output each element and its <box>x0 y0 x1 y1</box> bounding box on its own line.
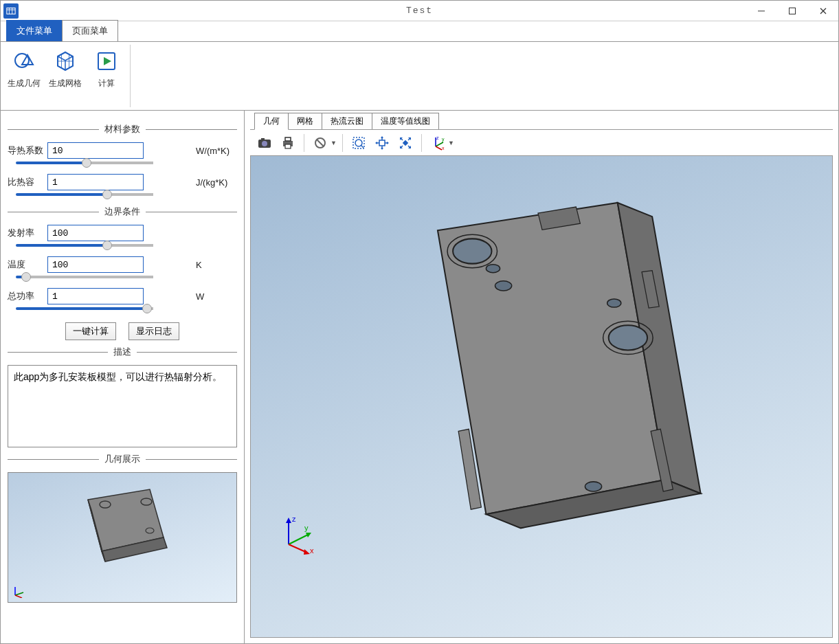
svg-line-16 <box>15 592 23 595</box>
model-render-icon <box>251 156 832 637</box>
zoom-box-button[interactable] <box>348 133 369 153</box>
ribbon-group: 生成几何 生成网格 计算 <box>5 45 131 107</box>
temperature-input[interactable] <box>47 256 144 273</box>
svg-point-50 <box>609 325 647 350</box>
ribbon-label: 计算 <box>98 78 115 89</box>
svg-point-54 <box>607 299 621 307</box>
snapshot-button[interactable] <box>254 133 275 153</box>
svg-text:y: y <box>304 524 309 532</box>
svg-marker-30 <box>381 136 383 138</box>
minimize-button[interactable] <box>746 1 776 21</box>
tab-file-menu[interactable]: 文件菜单 <box>6 20 63 41</box>
geometry-preview[interactable] <box>8 472 237 603</box>
svg-rect-23 <box>285 144 291 148</box>
maximize-button[interactable] <box>776 1 807 21</box>
svg-line-63 <box>289 534 309 544</box>
specific-heat-slider[interactable] <box>16 193 153 196</box>
param-label: 导热系数 <box>8 144 47 157</box>
print-button[interactable] <box>278 133 298 153</box>
view-tabs: 几何 网格 热流云图 温度等值线图 <box>250 113 833 130</box>
view-tab-geometry[interactable]: 几何 <box>254 113 289 130</box>
svg-point-52 <box>486 265 500 273</box>
compute-button[interactable]: 一键计算 <box>65 322 116 340</box>
viewport-3d[interactable]: z y x <box>250 156 833 638</box>
param-unit: W <box>196 291 237 302</box>
section-title-boundary: 边界条件 <box>8 206 237 218</box>
svg-marker-33 <box>387 142 389 144</box>
action-buttons: 一键计算 显示日志 <box>8 322 237 340</box>
svg-marker-61 <box>286 518 291 523</box>
param-emissivity: 发射率 <box>8 225 237 241</box>
svg-line-28 <box>361 145 363 148</box>
close-button[interactable] <box>807 1 838 21</box>
ribbon-label: 生成网格 <box>49 78 82 89</box>
svg-rect-2 <box>789 8 795 14</box>
section-title-description: 描述 <box>8 346 237 358</box>
titlebar: Test <box>1 1 838 21</box>
view-tab-mesh[interactable]: 网格 <box>288 113 322 129</box>
temperature-slider[interactable] <box>16 276 153 278</box>
tab-page-menu[interactable]: 页面菜单 <box>62 20 118 41</box>
param-temperature: 温度 K <box>8 256 237 273</box>
ribbon-generate-geometry[interactable]: 生成几何 <box>5 45 43 107</box>
svg-rect-22 <box>285 137 291 141</box>
param-conductivity: 导热系数 W/(m*K) <box>8 142 237 159</box>
param-specific-heat: 比热容 J/(kg*K) <box>8 174 237 190</box>
showlog-button[interactable]: 显示日志 <box>128 322 179 340</box>
body-area: 材料参数 导热系数 W/(m*K) 比热容 J/(kg*K) 边界条件 发 <box>1 111 838 643</box>
section-label: 描述 <box>108 346 137 358</box>
preview-triad-icon <box>12 584 26 598</box>
ribbon-compute[interactable]: 计算 <box>87 45 126 107</box>
view-tab-heatflow[interactable]: 热流云图 <box>322 113 372 129</box>
section-title-preview: 几何展示 <box>8 453 237 465</box>
power-slider[interactable] <box>16 307 153 310</box>
conductivity-slider[interactable] <box>16 162 153 164</box>
pan-button[interactable] <box>372 133 392 153</box>
deselect-button[interactable] <box>310 133 331 153</box>
ribbon: 生成几何 生成网格 计算 <box>1 42 838 111</box>
param-unit: K <box>196 260 237 270</box>
param-unit: J/(kg*K) <box>196 177 237 188</box>
svg-text:z: z <box>292 515 296 523</box>
section-label: 几何展示 <box>99 453 146 465</box>
param-label: 总功率 <box>8 290 47 302</box>
section-label: 材料参数 <box>99 123 146 135</box>
view-tab-isotherm[interactable]: 温度等值线图 <box>372 113 439 129</box>
dropdown-arrow-icon: ▼ <box>448 140 454 146</box>
svg-marker-8 <box>104 57 111 65</box>
svg-marker-32 <box>375 142 377 144</box>
svg-text:x: x <box>442 146 445 151</box>
ribbon-generate-mesh[interactable]: 生成网格 <box>46 45 85 107</box>
specific-heat-input[interactable] <box>47 174 144 190</box>
svg-rect-20 <box>261 138 265 140</box>
svg-rect-0 <box>7 8 15 14</box>
svg-rect-34 <box>403 140 408 145</box>
zoom-extents-button[interactable] <box>395 133 416 153</box>
app-icon <box>3 3 19 19</box>
param-label: 比热容 <box>8 176 47 188</box>
svg-point-55 <box>585 482 601 491</box>
ribbon-label: 生成几何 <box>8 78 41 89</box>
svg-rect-29 <box>379 140 385 146</box>
window-title: Test <box>406 5 433 16</box>
svg-point-19 <box>262 141 267 146</box>
mesh-icon <box>53 49 78 74</box>
svg-text:z: z <box>436 135 439 140</box>
conductivity-input[interactable] <box>47 142 144 159</box>
param-power: 总功率 W <box>8 288 237 304</box>
svg-line-17 <box>15 595 22 598</box>
axis-orientation-button[interactable]: z y x <box>427 133 448 153</box>
power-input[interactable] <box>47 288 144 304</box>
emissivity-input[interactable] <box>47 225 144 241</box>
svg-line-43 <box>436 146 442 150</box>
compute-icon <box>94 49 119 74</box>
section-label: 边界条件 <box>99 206 146 218</box>
emissivity-slider[interactable] <box>16 244 153 247</box>
param-label: 发射率 <box>8 227 47 239</box>
preview-model-icon <box>60 482 184 592</box>
svg-point-53 <box>495 281 512 291</box>
svg-line-25 <box>317 140 324 146</box>
svg-marker-67 <box>304 549 310 555</box>
geometry-icon <box>12 49 36 74</box>
main-area: 几何 网格 热流云图 温度等值线图 ▼ <box>245 111 838 643</box>
